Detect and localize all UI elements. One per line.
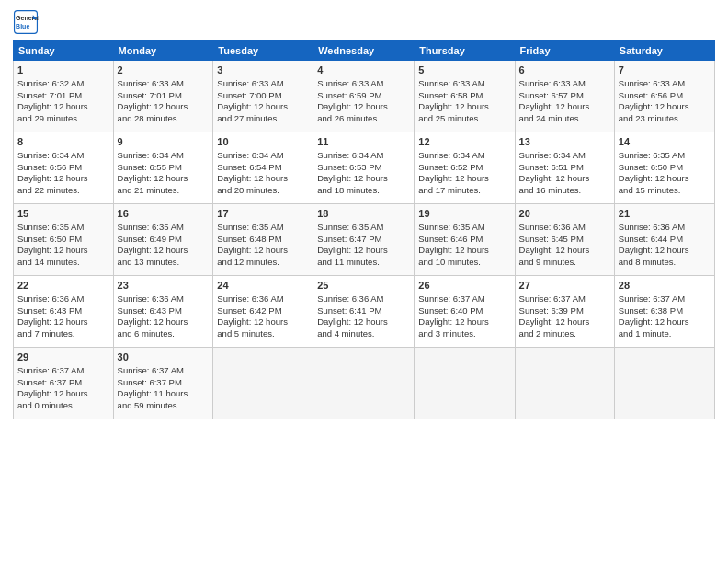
day-detail: Sunrise: 6:36 AM bbox=[17, 293, 109, 305]
day-detail: Sunrise: 6:34 AM bbox=[118, 150, 210, 162]
day-detail: and 13 minutes. bbox=[118, 257, 210, 269]
day-detail: and 10 minutes. bbox=[418, 257, 510, 269]
calendar-cell bbox=[614, 348, 714, 419]
calendar-cell: 7Sunrise: 6:33 AMSunset: 6:56 PMDaylight… bbox=[614, 61, 714, 132]
calendar-cell: 25Sunrise: 6:36 AMSunset: 6:41 PMDayligh… bbox=[313, 276, 415, 348]
day-detail: Daylight: 12 hours bbox=[317, 245, 410, 257]
day-number: 17 bbox=[217, 207, 309, 221]
day-number: 19 bbox=[418, 207, 510, 221]
calendar-cell: 15Sunrise: 6:35 AMSunset: 6:50 PMDayligh… bbox=[14, 204, 114, 276]
calendar-cell bbox=[415, 348, 515, 419]
day-detail: Daylight: 12 hours bbox=[17, 173, 109, 185]
calendar-cell: 2Sunrise: 6:33 AMSunset: 7:01 PMDaylight… bbox=[113, 61, 213, 132]
day-detail: Sunset: 6:53 PM bbox=[317, 162, 410, 174]
day-detail: Sunset: 6:42 PM bbox=[217, 305, 309, 317]
day-detail: Sunset: 6:39 PM bbox=[519, 305, 610, 317]
day-number: 26 bbox=[418, 279, 510, 293]
day-number: 11 bbox=[317, 135, 410, 149]
day-detail: Sunrise: 6:37 AM bbox=[619, 293, 711, 305]
day-detail: Sunset: 6:43 PM bbox=[118, 305, 210, 317]
svg-rect-0 bbox=[15, 11, 38, 34]
calendar-cell: 26Sunrise: 6:37 AMSunset: 6:40 PMDayligh… bbox=[415, 276, 515, 348]
day-detail: Sunset: 6:50 PM bbox=[17, 234, 109, 246]
day-detail: Daylight: 12 hours bbox=[17, 245, 109, 257]
calendar-cell: 18Sunrise: 6:35 AMSunset: 6:47 PMDayligh… bbox=[313, 204, 415, 276]
day-detail: Sunrise: 6:37 AM bbox=[17, 365, 109, 377]
day-number: 3 bbox=[217, 63, 309, 77]
calendar-cell: 5Sunrise: 6:33 AMSunset: 6:58 PMDaylight… bbox=[415, 61, 515, 132]
day-detail: Sunrise: 6:35 AM bbox=[217, 222, 309, 234]
day-detail: Sunrise: 6:32 AM bbox=[17, 78, 109, 90]
week-row-1: 1Sunrise: 6:32 AMSunset: 7:01 PMDaylight… bbox=[14, 61, 715, 132]
day-detail: and 17 minutes. bbox=[418, 185, 510, 197]
day-detail: and 27 minutes. bbox=[217, 113, 309, 125]
calendar-cell: 30Sunrise: 6:37 AMSunset: 6:37 PMDayligh… bbox=[113, 348, 213, 419]
day-detail: Sunrise: 6:37 AM bbox=[118, 365, 210, 377]
day-detail: Daylight: 12 hours bbox=[418, 316, 510, 328]
header-cell-saturday: Saturday bbox=[614, 41, 714, 61]
calendar-cell: 23Sunrise: 6:36 AMSunset: 6:43 PMDayligh… bbox=[113, 276, 213, 348]
day-detail: Sunset: 6:44 PM bbox=[619, 234, 711, 246]
day-detail: Sunset: 6:41 PM bbox=[317, 305, 410, 317]
day-detail: Daylight: 12 hours bbox=[217, 173, 309, 185]
day-detail: and 24 minutes. bbox=[519, 113, 610, 125]
day-detail: and 28 minutes. bbox=[118, 113, 210, 125]
calendar-cell: 8Sunrise: 6:34 AMSunset: 6:56 PMDaylight… bbox=[14, 132, 114, 204]
day-detail: and 25 minutes. bbox=[418, 113, 510, 125]
calendar-cell: 11Sunrise: 6:34 AMSunset: 6:53 PMDayligh… bbox=[313, 132, 415, 204]
day-detail: Sunset: 6:45 PM bbox=[519, 234, 610, 246]
day-detail: Sunrise: 6:36 AM bbox=[317, 293, 410, 305]
calendar-cell: 27Sunrise: 6:37 AMSunset: 6:39 PMDayligh… bbox=[515, 276, 614, 348]
svg-text:Blue: Blue bbox=[16, 23, 29, 29]
day-detail: Sunset: 6:37 PM bbox=[17, 377, 109, 389]
day-detail: Sunset: 6:47 PM bbox=[317, 234, 410, 246]
day-detail: and 0 minutes. bbox=[17, 400, 109, 412]
day-detail: Daylight: 12 hours bbox=[317, 101, 410, 113]
week-row-4: 22Sunrise: 6:36 AMSunset: 6:43 PMDayligh… bbox=[14, 276, 715, 348]
day-detail: Daylight: 12 hours bbox=[17, 388, 109, 400]
day-detail: Sunrise: 6:33 AM bbox=[619, 78, 711, 90]
calendar-header-row: SundayMondayTuesdayWednesdayThursdayFrid… bbox=[14, 41, 715, 61]
day-number: 22 bbox=[17, 279, 109, 293]
calendar-cell: 14Sunrise: 6:35 AMSunset: 6:50 PMDayligh… bbox=[614, 132, 714, 204]
calendar-cell: 13Sunrise: 6:34 AMSunset: 6:51 PMDayligh… bbox=[515, 132, 614, 204]
day-number: 14 bbox=[619, 135, 711, 149]
day-detail: Sunset: 6:56 PM bbox=[17, 162, 109, 174]
day-detail: Sunset: 7:00 PM bbox=[217, 90, 309, 102]
page: General Blue SundayMondayTuesdayWednesda… bbox=[0, 0, 728, 563]
day-detail: Sunrise: 6:33 AM bbox=[118, 78, 210, 90]
calendar-cell: 22Sunrise: 6:36 AMSunset: 6:43 PMDayligh… bbox=[14, 276, 114, 348]
day-detail: and 1 minute. bbox=[619, 328, 711, 340]
calendar-cell: 6Sunrise: 6:33 AMSunset: 6:57 PMDaylight… bbox=[515, 61, 614, 132]
day-detail: Sunrise: 6:35 AM bbox=[118, 222, 210, 234]
day-detail: Sunset: 7:01 PM bbox=[118, 90, 210, 102]
day-detail: and 26 minutes. bbox=[317, 113, 410, 125]
header: General Blue bbox=[13, 9, 715, 35]
day-detail: Sunrise: 6:36 AM bbox=[118, 293, 210, 305]
day-detail: Sunset: 6:55 PM bbox=[118, 162, 210, 174]
day-detail: Daylight: 12 hours bbox=[217, 245, 309, 257]
day-number: 12 bbox=[418, 135, 510, 149]
day-detail: Sunset: 6:54 PM bbox=[217, 162, 309, 174]
day-detail: and 16 minutes. bbox=[519, 185, 610, 197]
day-detail: and 9 minutes. bbox=[519, 257, 610, 269]
header-cell-monday: Monday bbox=[113, 41, 213, 61]
logo-icon: General Blue bbox=[13, 9, 39, 35]
day-detail: Sunrise: 6:35 AM bbox=[418, 222, 510, 234]
calendar-cell: 16Sunrise: 6:35 AMSunset: 6:49 PMDayligh… bbox=[113, 204, 213, 276]
day-detail: and 8 minutes. bbox=[619, 257, 711, 269]
day-detail: Sunset: 6:43 PM bbox=[17, 305, 109, 317]
week-row-3: 15Sunrise: 6:35 AMSunset: 6:50 PMDayligh… bbox=[14, 204, 715, 276]
calendar-table: SundayMondayTuesdayWednesdayThursdayFrid… bbox=[13, 40, 715, 419]
day-detail: Daylight: 12 hours bbox=[619, 245, 711, 257]
calendar-cell: 3Sunrise: 6:33 AMSunset: 7:00 PMDaylight… bbox=[213, 61, 313, 132]
calendar-cell bbox=[313, 348, 415, 419]
day-detail: and 5 minutes. bbox=[217, 328, 309, 340]
day-detail: Daylight: 12 hours bbox=[519, 245, 610, 257]
day-detail: Sunset: 6:37 PM bbox=[118, 377, 210, 389]
calendar-body: 1Sunrise: 6:32 AMSunset: 7:01 PMDaylight… bbox=[14, 61, 715, 419]
day-detail: Daylight: 12 hours bbox=[317, 173, 410, 185]
day-number: 8 bbox=[17, 135, 109, 149]
day-detail: and 29 minutes. bbox=[17, 113, 109, 125]
day-detail: Daylight: 12 hours bbox=[619, 173, 711, 185]
